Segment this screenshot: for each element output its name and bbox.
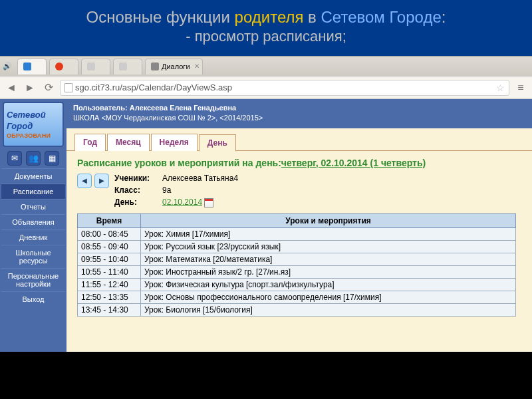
- tab-month[interactable]: Месяц: [107, 134, 150, 151]
- next-day-button[interactable]: ►: [94, 174, 109, 188]
- user-name: Пользователь: Алексеева Елена Генадьевна: [73, 103, 525, 113]
- table-row: 08:55 - 09:40Урок: Русский язык [23/русс…: [78, 240, 516, 253]
- tab-year[interactable]: Год: [74, 134, 106, 151]
- sidebar-item-resources[interactable]: Школьные ресурсы: [1, 245, 65, 268]
- users-icon[interactable]: 👥: [26, 151, 41, 166]
- table-row: 10:55 - 11:40Урок: Иностранный язык/2 гр…: [78, 265, 516, 278]
- table-row: 11:55 - 12:40Урок: Физическая культура […: [78, 278, 516, 291]
- cell-event: Урок: Иностранный язык/2 гр. [27/ин.яз]: [141, 265, 516, 278]
- col-time-header: Время: [78, 213, 141, 227]
- sidebar-item-schedule[interactable]: Расписание: [1, 184, 65, 199]
- filter-meta: Ученики:Алексеева Татьяна4 Класс:9а День…: [114, 172, 238, 208]
- bookmark-icon[interactable]: ☆: [496, 82, 505, 93]
- calendar-icon[interactable]: [204, 198, 213, 207]
- cell-event: Урок: Биология [15/биология]: [141, 303, 516, 316]
- grid-icon[interactable]: ▦: [45, 151, 59, 166]
- sidebar-item-reports[interactable]: Отчеты: [1, 199, 65, 214]
- title-text: в: [303, 8, 321, 26]
- favicon-icon: [55, 63, 63, 70]
- cell-time: 12:50 - 13:35: [78, 291, 141, 303]
- favicon-icon: [87, 63, 95, 70]
- page-title-prefix: Расписание уроков и мероприятий на день:: [77, 158, 281, 168]
- cell-time: 11:55 - 12:40: [78, 278, 141, 291]
- browser-tab[interactable]: [113, 59, 142, 74]
- page-title-date: четверг, 02.10.2014 (1 четверть): [281, 158, 426, 168]
- slide-title: Основные функции родителя в Сетевом Горо…: [5, 8, 527, 27]
- tab-day[interactable]: День: [199, 134, 236, 152]
- volume-icon[interactable]: 🔊: [0, 62, 15, 70]
- back-button[interactable]: ◄: [4, 80, 19, 95]
- logo-text: Город: [7, 121, 33, 131]
- filter-row: ◄ ► Ученики:Алексеева Татьяна4 Класс:9а …: [77, 172, 532, 208]
- browser-tabstrip: 🔊 Диалоги✕: [0, 57, 532, 76]
- tab-label: Диалоги: [162, 63, 190, 70]
- browser-tab[interactable]: [81, 59, 110, 74]
- browser-tab[interactable]: Диалоги✕: [145, 59, 203, 74]
- close-icon[interactable]: ✕: [194, 63, 200, 70]
- day-label: День:: [114, 196, 158, 208]
- table-row: 13:45 - 14:30Урок: Биология [15/биология…: [78, 303, 516, 316]
- cell-time: 08:55 - 09:40: [78, 240, 141, 253]
- class-label: Класс:: [114, 184, 158, 196]
- slide-footer: [0, 352, 532, 386]
- reload-button[interactable]: ⟳: [41, 80, 56, 95]
- date-picker-link[interactable]: 02.10.2014: [162, 198, 202, 207]
- page-title: Расписание уроков и мероприятий на день:…: [77, 158, 532, 168]
- sidebar: Сетевой Город ОБРАЗОВАНИ ✉ 👥 ▦ Документы…: [0, 99, 66, 352]
- table-row: 08:00 - 08:45Урок: Химия [17/химия]: [78, 227, 516, 240]
- cell-event: Урок: Математика [20/математика]: [141, 253, 516, 265]
- cell-time: 10:55 - 11:40: [78, 265, 141, 278]
- schedule-table: Время Уроки и мероприятия 08:00 - 08:45У…: [77, 213, 516, 317]
- title-text: Основные функции: [86, 8, 235, 26]
- chat-icon: [151, 63, 159, 70]
- browser-tab[interactable]: [17, 59, 47, 74]
- sidebar-item-diary[interactable]: Дневник: [1, 229, 65, 245]
- app-logo: Сетевой Город ОБРАЗОВАНИ: [3, 102, 64, 147]
- tab-week[interactable]: Неделя: [151, 134, 198, 151]
- url-text: sgo.cit73.ru/asp/Calendar/DayViewS.asp: [75, 82, 232, 92]
- student-label: Ученики:: [114, 172, 158, 184]
- view-tabs: Год Месяц Неделя День: [74, 134, 532, 151]
- cell-time: 08:00 - 08:45: [78, 227, 141, 240]
- logo-text: Сетевой: [7, 110, 46, 120]
- main-panel: Пользователь: Алексеева Елена Генадьевна…: [66, 99, 532, 352]
- prev-day-button[interactable]: ◄: [77, 174, 92, 188]
- mail-icon[interactable]: ✉: [7, 151, 22, 166]
- student-value: Алексеева Татьяна4: [162, 172, 238, 184]
- browser-toolbar: ◄ ► ⟳ sgo.cit73.ru/asp/Calendar/DayViewS…: [0, 76, 532, 99]
- cell-event: Урок: Русский язык [23/русский язык]: [141, 240, 516, 253]
- title-link-text: Сетевом Городе: [321, 8, 442, 26]
- cell-time: 09:55 - 10:40: [78, 253, 141, 265]
- table-row: 12:50 - 13:35Урок: Основы профессиональн…: [78, 291, 516, 303]
- sidebar-item-documents[interactable]: Документы: [1, 168, 65, 184]
- user-info-strip: Пользователь: Алексеева Елена Генадьевна…: [66, 99, 532, 128]
- browser-window: 🔊 Диалоги✕ ◄ ► ⟳ sgo.cit73.ru/asp/Calend…: [0, 56, 532, 352]
- cell-event: Урок: Основы профессионального самоопред…: [141, 291, 516, 303]
- table-row: 09:55 - 10:40Урок: Математика [20/матема…: [78, 253, 516, 265]
- address-bar[interactable]: sgo.cit73.ru/asp/Calendar/DayViewS.asp ☆: [60, 80, 509, 96]
- slide-subtitle: - просмотр расписания;: [5, 28, 527, 45]
- forward-button[interactable]: ►: [23, 80, 37, 95]
- favicon-icon: [23, 63, 31, 70]
- sidebar-item-announcements[interactable]: Объявления: [1, 214, 65, 229]
- favicon-icon: [119, 63, 127, 70]
- content-area: Расписание уроков и мероприятий на день:…: [66, 150, 532, 317]
- cell-event: Урок: Химия [17/химия]: [141, 227, 516, 240]
- class-value: 9а: [162, 184, 171, 196]
- sidebar-item-exit[interactable]: Выход: [1, 291, 65, 307]
- title-highlight: родителя: [235, 8, 304, 26]
- sidebar-item-settings[interactable]: Персональные настройки: [1, 268, 65, 291]
- slide-header: Основные функции родителя в Сетевом Горо…: [0, 0, 532, 56]
- logo-text: ОБРАЗОВАНИ: [7, 132, 51, 139]
- sidebar-quick-icons: ✉ 👥 ▦: [7, 151, 59, 166]
- user-school: ШКОЛА <МОУ Чердаклинская СОШ № 2>, <2014…: [73, 113, 525, 123]
- browser-tab[interactable]: [49, 59, 78, 74]
- cell-event: Урок: Физическая культура [спорт.зал/физ…: [141, 278, 516, 291]
- page-icon: [65, 83, 72, 92]
- app-frame: Сетевой Город ОБРАЗОВАНИ ✉ 👥 ▦ Документы…: [0, 99, 532, 352]
- col-event-header: Уроки и мероприятия: [141, 213, 516, 227]
- cell-time: 13:45 - 14:30: [78, 303, 141, 316]
- menu-button[interactable]: ≡: [513, 80, 528, 95]
- title-text: :: [442, 8, 446, 26]
